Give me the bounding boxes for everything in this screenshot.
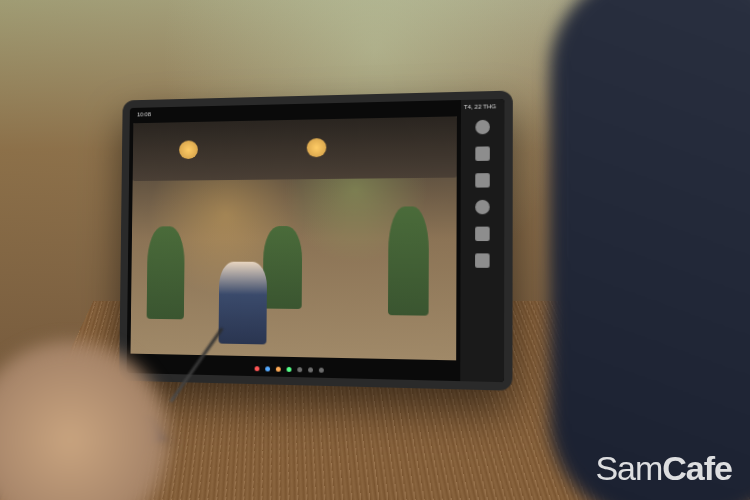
dock-app-icon[interactable]: [286, 366, 291, 371]
brand-watermark: SamCafe: [595, 449, 732, 488]
photo-plant: [263, 226, 303, 309]
photo-scene: 10:08 T4, 22 THG Lưu trữ quang sai màu B…: [0, 0, 750, 500]
dock-app-icon[interactable]: [308, 367, 313, 372]
editor-tool-sidebar: [460, 99, 504, 382]
tablet-app-dock: [127, 357, 461, 381]
dock-app-icon[interactable]: [265, 366, 270, 371]
status-date: T4, 22 THG: [464, 103, 496, 110]
crop-tool-icon[interactable]: [475, 120, 490, 135]
mask-tool-icon[interactable]: [475, 227, 490, 241]
adjust-tool-icon[interactable]: [475, 146, 490, 161]
dock-app-icon[interactable]: [297, 367, 302, 372]
presets-tool-icon[interactable]: [475, 253, 490, 267]
dock-app-icon[interactable]: [318, 367, 323, 372]
photo-editor-canvas[interactable]: [131, 116, 457, 360]
brush-tool-icon[interactable]: [475, 173, 490, 188]
dock-app-icon[interactable]: [275, 366, 280, 371]
photo-light: [306, 138, 326, 157]
heal-tool-icon[interactable]: [475, 200, 490, 214]
edited-photo-content: [131, 116, 457, 360]
watermark-suffix: Cafe: [662, 449, 732, 487]
photo-plant: [146, 226, 184, 319]
watermark-prefix: Sam: [595, 449, 662, 487]
dock-app-icon[interactable]: [254, 366, 259, 371]
status-time: 10:08: [137, 111, 151, 117]
tablet-screen: 10:08 T4, 22 THG Lưu trữ quang sai màu B…: [127, 99, 505, 382]
tablet-device: 10:08 T4, 22 THG Lưu trữ quang sai màu B…: [119, 91, 513, 391]
photo-plant: [388, 206, 429, 315]
photo-person: [218, 261, 267, 344]
user-shoulder: [550, 0, 750, 500]
